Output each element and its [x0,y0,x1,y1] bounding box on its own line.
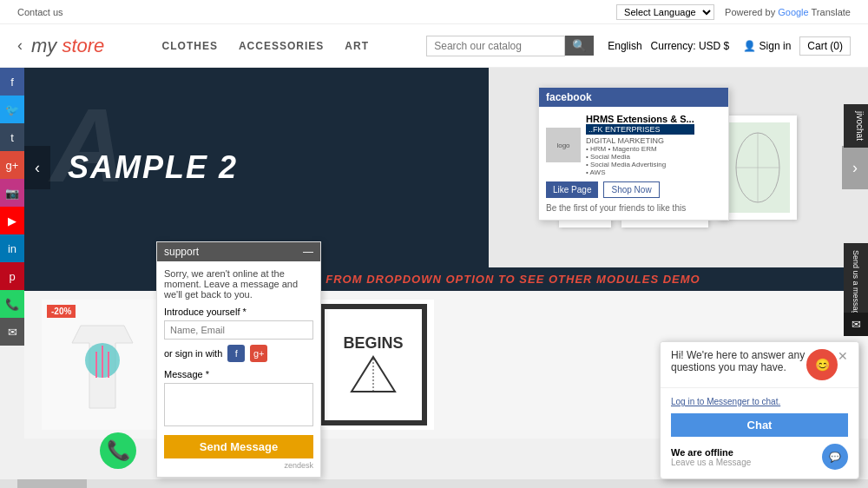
language-select[interactable]: Select Language [616,4,714,20]
sign-in-social: or sign in with f g+ [164,345,313,362]
frame-5 [719,115,797,220]
signin-link[interactable]: 👤 Sign in [743,40,791,52]
pinterest-social-btn[interactable]: p [0,262,24,290]
search-input[interactable] [426,36,565,56]
linkedin-social-btn[interactable]: in [0,234,24,262]
facebook-popup: facebook logo HRMS Extensions & S... ..F… [538,87,729,221]
youtube-social-btn[interactable]: ▶ [0,207,24,234]
main-nav: CLOTHES ACCESSORIES ART [162,40,369,52]
deco-letter: A [50,85,126,205]
logo-store: store [56,35,104,56]
search-area: 🔍 [426,36,594,56]
hero-slider: A SAMPLE 2 A A [24,68,868,267]
chat-header-content: Hi! We're here to answer any questions y… [671,349,806,373]
frame-group-3 [719,115,797,220]
cart-button[interactable]: Cart (0) [799,36,851,56]
facebook-social-btn[interactable]: f [0,68,24,96]
discount-badge: -20% [47,305,76,318]
promo-bar: CHANGE LANGUAGE FROM DROPDOWN OPTION TO … [24,267,868,291]
chat-leave-msg: Leave us a Message [671,458,751,467]
social-sidebar: f 🐦 t g+ 📷 ▶ in p 📞 ✉ [0,68,24,346]
header-right: 🔍 English Currency: USD $ 👤 Sign in Cart… [426,36,851,56]
contact-link[interactable]: Contact us [17,7,63,17]
whatsapp-float-button[interactable]: 📞 [100,432,136,469]
fb-shop-button[interactable]: Shop Now [603,181,659,198]
fb-popup-header: facebook [539,88,728,107]
support-body: Sorry, we aren't online at the moment. L… [157,261,320,477]
product-card-1[interactable]: -20% [42,300,163,430]
instagram-social-btn[interactable]: 📷 [0,179,24,207]
powered-by-text: Powered by Google Translate [725,7,851,17]
fb-page-name: HRMS Extensions & S... [586,114,694,124]
top-bar: Contact us Select Language Powered by Go… [0,0,868,24]
horizontal-scrollbar[interactable] [0,479,868,488]
hero-prev-button[interactable]: ‹ [24,146,50,189]
chat-close-button[interactable]: ✕ [838,349,848,363]
fb-features: • HRM • Magento ERM • Social Media • Soc… [586,145,694,176]
support-widget: support — Sorry, we aren't online at the… [156,241,321,478]
nav-clothes[interactable]: CLOTHES [162,40,218,52]
fb-popup-content: logo HRMS Extensions & S... ..FK ENTERPR… [539,107,728,220]
back-arrow-icon[interactable]: ‹ [17,36,23,55]
logo-my: my [31,35,56,56]
introduce-label: Introduce yourself * [164,307,313,317]
sign-in-label: or sign in with [164,348,222,359]
name-email-input[interactable] [164,320,313,340]
begins-frame: BEGINS [319,304,427,425]
chat-avatar: 😊 [806,349,838,380]
product-card-3[interactable]: BEGINS [312,300,434,430]
zendesk-credit: zendesk [164,461,313,470]
logo[interactable]: my store [31,35,104,57]
support-close-btn[interactable]: — [303,246,313,258]
fb-friends-text: Be the first of your friends to like thi… [546,203,721,213]
google-label: Google [778,7,808,17]
send-message-button[interactable]: Send Message [164,435,313,458]
messenger-link[interactable]: Log in to Messenger to chat. [671,397,848,406]
nav-accessories[interactable]: ACCESSORIES [239,40,324,52]
fb-popup-title: facebook [546,91,592,103]
hero-left: A SAMPLE 2 [24,68,489,267]
search-button[interactable]: 🔍 [565,36,594,56]
tumblr-social-btn[interactable]: t [0,123,24,151]
hero-background: A SAMPLE 2 A A [24,68,868,267]
hero-next-button[interactable]: › [842,146,868,189]
chat-button[interactable]: Chat [671,413,848,437]
currency-label[interactable]: Currency: USD $ [651,40,730,52]
email-social-btn[interactable]: ✉ [0,318,24,346]
message-icon-sidebar[interactable]: ✉ [844,313,868,336]
jvochat-sidebar[interactable]: jivochat [844,104,868,148]
chat-offline-avatar: 💬 [822,444,848,470]
facebook-signin-icon[interactable]: f [227,345,245,362]
message-icon: ✉ [852,318,861,331]
gplus-signin-icon[interactable]: g+ [250,345,267,362]
scrollbar-thumb[interactable] [17,479,87,488]
chat-offline-info: We are offline Leave us a Message [671,447,751,467]
fb-page-details: HRMS Extensions & S... ..FK ENTERPRISES … [586,114,694,176]
language-label[interactable]: English [608,40,641,52]
jvochat-label: jivochat [855,111,865,141]
twitter-social-btn[interactable]: 🐦 [0,96,24,123]
nav-art[interactable]: ART [345,40,369,52]
googleplus-social-btn[interactable]: g+ [0,151,24,179]
whatsapp-social-btn[interactable]: 📞 [0,290,24,318]
chat-offline-text: We are offline [671,447,751,458]
chat-body: Log in to Messenger to chat. Chat We are… [661,388,858,478]
fb-page-subtitle: ..FK ENTERPRISES [586,124,694,135]
support-body-text: Sorry, we aren't online at the moment. L… [164,268,313,300]
header: ‹ my store CLOTHES ACCESSORIES ART 🔍 Eng… [0,24,868,68]
fb-page-logo: logo [546,128,581,162]
fb-like-row: Like Page Shop Now [546,181,721,198]
support-title: support [164,246,199,258]
message-label: Message * [164,369,313,379]
support-header: support — [157,242,320,261]
logo-area: ‹ my store [17,35,104,57]
fb-like-button[interactable]: Like Page [546,181,598,198]
chat-widget: Hi! We're here to answer any questions y… [660,341,859,479]
chat-greeting: Hi! We're here to answer any questions y… [671,349,806,373]
fb-page-info: logo HRMS Extensions & S... ..FK ENTERPR… [546,114,721,176]
fb-page-desc: DIGITAL MARKETING [586,136,694,145]
send-msg-sidebar-label: Send us a message [852,250,860,320]
chat-offline-row: We are offline Leave us a Message 💬 [671,444,848,470]
begins-text: BEGINS [343,334,403,353]
message-textarea[interactable] [164,383,313,426]
